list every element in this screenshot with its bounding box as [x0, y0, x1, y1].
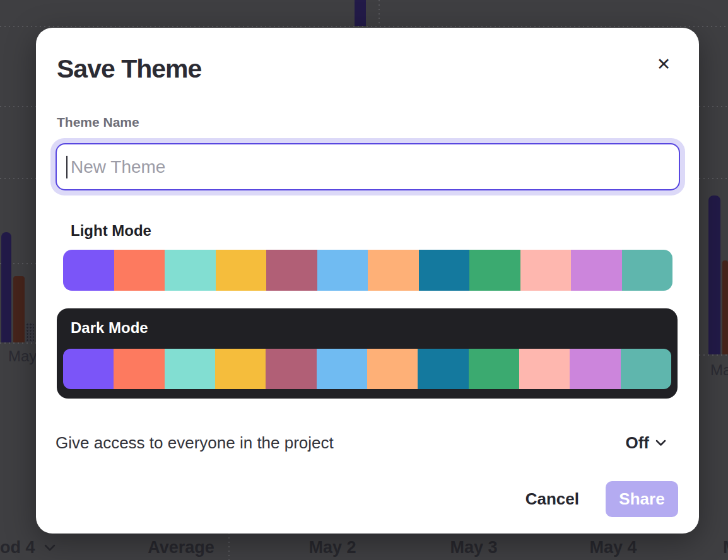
palette-swatch [419, 250, 470, 291]
palette-swatch [571, 250, 622, 291]
access-label: Give access to everyone in the project [56, 433, 334, 453]
light-mode-label: Light Mode [71, 222, 151, 240]
axis-baseline [699, 354, 728, 356]
palette-swatch [418, 349, 468, 389]
palette-swatch [165, 349, 215, 389]
save-theme-dialog: Save Theme ✕ Theme Name Light Mode Dark … [36, 28, 699, 534]
dark-mode-label: Dark Mode [71, 319, 148, 337]
palette-swatch [266, 250, 317, 291]
chevron-down-icon [44, 544, 56, 551]
x-axis-label: May 4 [589, 538, 637, 557]
dialog-actions: Cancel Share [525, 481, 678, 517]
share-button[interactable]: Share [606, 481, 678, 517]
gridline [699, 106, 728, 107]
close-icon[interactable]: ✕ [654, 54, 674, 74]
palette-swatch [469, 250, 520, 291]
dialog-title: Save Theme [57, 54, 201, 84]
chart-bar-projected [26, 323, 34, 342]
x-axis-label: May 3 [450, 538, 497, 557]
gridline [228, 533, 230, 560]
theme-name-label: Theme Name [57, 115, 139, 130]
chart-bar [708, 195, 720, 354]
dark-mode-card[interactable]: Dark Mode [57, 308, 678, 399]
gridline [0, 178, 36, 179]
chart-bar [722, 260, 728, 354]
palette-swatch [469, 349, 519, 389]
gridline [0, 26, 728, 27]
palette-swatch [368, 250, 419, 291]
palette-swatch [63, 250, 114, 291]
chart-bar [13, 276, 25, 342]
palette-swatch [216, 250, 267, 291]
palette-swatch [114, 349, 164, 389]
palette-swatch [63, 349, 114, 389]
palette-swatch [570, 349, 620, 389]
dark-palette [63, 349, 671, 389]
x-axis-label: Average [148, 538, 214, 557]
theme-name-input-wrapper [50, 138, 685, 195]
x-axis-label: May 2 [308, 538, 356, 557]
palette-swatch [317, 250, 368, 291]
theme-name-input[interactable] [56, 143, 680, 190]
palette-swatch [165, 250, 216, 291]
palette-swatch [114, 250, 165, 291]
chart-bar [1, 232, 11, 342]
chevron-down-icon [655, 440, 666, 446]
palette-swatch [266, 349, 316, 389]
access-value: Off [625, 433, 649, 453]
text-caret [66, 156, 68, 178]
period-selector[interactable]: od 4 [0, 538, 56, 557]
period-label: od 4 [0, 538, 35, 557]
access-row: Give access to everyone in the project O… [56, 430, 666, 455]
cancel-button[interactable]: Cancel [525, 489, 579, 509]
x-axis-label: M [723, 538, 728, 557]
light-palette[interactable] [63, 250, 672, 291]
palette-swatch [317, 349, 367, 389]
axis-baseline [0, 342, 36, 344]
x-tick-label: Ma [710, 361, 728, 379]
palette-swatch [621, 349, 671, 389]
palette-swatch [519, 349, 570, 389]
access-dropdown[interactable]: Off [625, 433, 666, 453]
gridline [379, 0, 380, 26]
palette-swatch [622, 250, 673, 291]
gridline [699, 178, 728, 179]
chart-bar [355, 0, 366, 26]
palette-swatch [215, 349, 266, 389]
palette-swatch [367, 349, 418, 389]
gridline [0, 106, 36, 107]
palette-swatch [520, 250, 572, 291]
x-tick-label: May [8, 347, 37, 365]
